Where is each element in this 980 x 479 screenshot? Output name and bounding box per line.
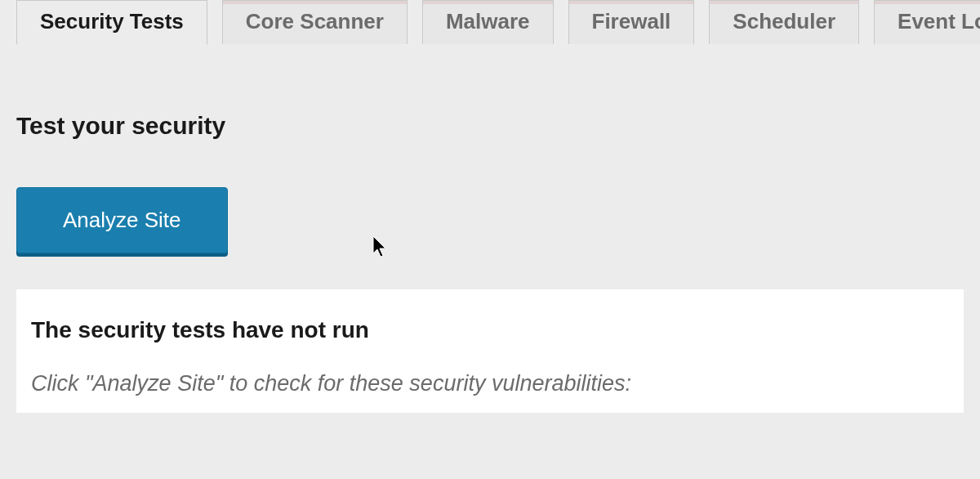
tab-bar: Security Tests Core Scanner Malware Fire… (0, 0, 980, 45)
panel-subtext: Click "Analyze Site" to check for these … (31, 371, 949, 396)
tab-scheduler[interactable]: Scheduler (709, 0, 859, 44)
tab-malware[interactable]: Malware (422, 0, 554, 44)
results-panel: The security tests have not run Click "A… (16, 289, 964, 413)
tab-core-scanner[interactable]: Core Scanner (222, 0, 408, 44)
analyze-site-button[interactable]: Analyze Site (16, 187, 228, 253)
tab-firewall[interactable]: Firewall (568, 0, 695, 44)
section-title: Test your security (16, 112, 964, 140)
tab-security-tests[interactable]: Security Tests (16, 0, 207, 45)
panel-heading: The security tests have not run (31, 317, 949, 343)
main-content: Test your security Analyze Site The secu… (0, 45, 980, 413)
tab-event-log[interactable]: Event Log (874, 0, 980, 44)
